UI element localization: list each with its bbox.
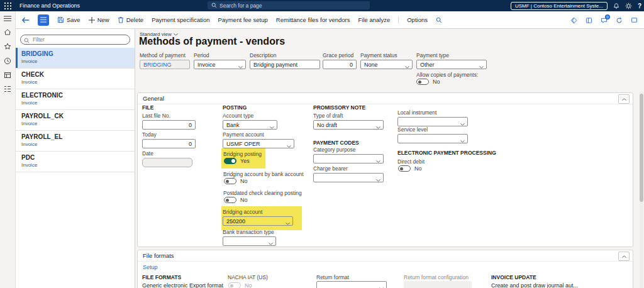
postdated-check-toggle[interactable]: No — [224, 197, 248, 203]
list-item-payroll-ck[interactable]: PAYROLL_CK Invoice — [16, 110, 135, 131]
list-item-bridging[interactable]: BRIDGING Invoice — [16, 48, 135, 69]
payment-account-dropdown[interactable]: USMF OPER — [223, 139, 294, 148]
app-window: Finance and Operations Search for a page… — [0, 0, 644, 288]
return-format-config-field — [404, 281, 472, 288]
workspaces-icon[interactable] — [4, 72, 11, 79]
bridging-account-by-bank-toggle[interactable]: No — [224, 178, 248, 184]
return-format-dropdown[interactable] — [316, 281, 387, 288]
environment-button[interactable]: USMF | Contoso Entertainment Syste... — [511, 2, 608, 10]
payment-account-field: Payment account USMF OPER — [223, 132, 294, 148]
expand-icon[interactable] — [631, 17, 638, 23]
side-pane-icon[interactable] — [586, 17, 592, 24]
bridging-account-dropdown[interactable]: 250200 — [223, 216, 293, 226]
favorites-star-icon[interactable] — [4, 43, 11, 50]
actionbar-search-icon[interactable] — [436, 17, 442, 23]
period-field: Period Invoice — [194, 53, 246, 69]
bridging-posting-toggle[interactable]: Yes — [224, 158, 250, 164]
records-list-pane: BRIDGING Invoice CHECK Invoice ELECTRONI… — [16, 29, 135, 288]
menu-hamburger-icon[interactable] — [4, 16, 11, 21]
chevron-down-icon — [238, 64, 243, 69]
payment-status-field: Payment status None — [360, 53, 413, 69]
app-title[interactable]: Finance and Operations — [19, 3, 80, 9]
file-analyze-button[interactable]: File analyze — [358, 16, 391, 23]
save-icon — [57, 16, 64, 23]
general-section-header[interactable]: General — [138, 93, 633, 104]
scrollbar-thumb[interactable] — [640, 94, 643, 202]
local-instrument-field: Local instrument — [397, 110, 468, 126]
remittance-files-button[interactable]: Remittance files for vendors — [276, 16, 350, 23]
back-button[interactable] — [21, 16, 30, 24]
payment-status-dropdown[interactable]: None — [360, 60, 413, 69]
list-item-electronic[interactable]: ELECTRONIC Invoice — [16, 89, 135, 110]
page-title: Methods of payment - vendors — [139, 36, 285, 47]
toggle-list-pane-button[interactable] — [38, 14, 49, 26]
navigation-rail — [0, 11, 16, 288]
allow-copies-toggle[interactable]: No — [416, 79, 440, 85]
last-file-no-input[interactable]: 0 — [142, 120, 196, 130]
collapse-general-button[interactable] — [618, 94, 630, 104]
actionbar-divider — [398, 16, 399, 24]
list-item-payroll-el[interactable]: PAYROLL_EL Invoice — [16, 131, 135, 152]
description-input[interactable]: Bridging payment — [250, 60, 320, 69]
bank-transaction-type-field: Bank transaction type — [223, 230, 276, 246]
date-input[interactable] — [142, 158, 192, 167]
postdated-check-label: Postdated check clearing posting — [223, 190, 302, 196]
date-field: Date — [142, 151, 192, 167]
method-of-payment-field: Method of payment BRIDGING — [140, 53, 190, 69]
charge-bearer-dropdown[interactable] — [313, 173, 384, 182]
top-navigation-bar: Finance and Operations Search for a page… — [0, 0, 644, 11]
payment-fee-setup-button[interactable]: Payment fee setup — [218, 16, 268, 23]
today-input[interactable]: 0 — [142, 139, 196, 148]
service-level-dropdown[interactable] — [397, 134, 468, 143]
setup-link[interactable]: Setup — [143, 264, 158, 270]
nacha-iat-toggle[interactable]: No — [228, 282, 252, 288]
modules-icon[interactable] — [4, 86, 11, 92]
delete-button[interactable]: Delete — [118, 16, 143, 23]
search-icon — [211, 3, 217, 8]
payment-type-dropdown[interactable]: Other — [416, 60, 487, 69]
page-search-box[interactable]: Search for a page — [208, 1, 370, 9]
return-format-field — [316, 281, 387, 288]
chevron-down-icon — [270, 124, 274, 130]
chevron-down-icon — [286, 220, 290, 226]
list-item-pdc[interactable]: PDC Invoice — [16, 152, 135, 172]
direct-debit-toggle[interactable]: No — [398, 165, 422, 172]
bank-transaction-type-dropdown[interactable] — [223, 236, 276, 246]
refresh-icon[interactable] — [616, 17, 623, 24]
list-item-check[interactable]: CHECK Invoice — [16, 69, 135, 89]
app-launcher-icon[interactable] — [0, 3, 16, 9]
search-placeholder: Search for a page — [219, 3, 262, 9]
chevron-down-icon — [460, 121, 465, 126]
recent-clock-icon[interactable] — [4, 57, 11, 65]
action-pane: Save New Delete Payment specification Pa… — [16, 11, 644, 29]
grace-period-input[interactable]: 0 — [323, 60, 357, 69]
power-apps-icon[interactable] — [570, 17, 577, 24]
method-of-payment-input[interactable]: BRIDGING — [140, 60, 190, 69]
chevron-down-icon — [174, 33, 178, 36]
file-formats-section-header[interactable]: File formats — [138, 250, 633, 262]
collapse-file-formats-button[interactable] — [618, 252, 630, 261]
type-of-draft-field: Type of draft No draft — [313, 113, 384, 130]
payment-specification-button[interactable]: Payment specification — [152, 16, 209, 23]
invoice-update-label: Create and post draw journal aut... — [491, 282, 578, 288]
account-type-dropdown[interactable]: Bank — [223, 120, 277, 130]
chevron-down-icon — [379, 285, 384, 288]
local-instrument-dropdown[interactable] — [397, 117, 468, 126]
message-center-icon[interactable]: 0 — [601, 17, 608, 24]
notifications-bell-icon[interactable] — [613, 3, 619, 9]
type-of-draft-dropdown[interactable]: No draft — [313, 120, 384, 130]
help-icon[interactable]: ? — [638, 3, 641, 9]
category-purpose-dropdown[interactable] — [313, 154, 384, 163]
grace-period-field: Grace period 0 — [323, 53, 357, 69]
toggle-off-icon — [398, 165, 411, 172]
period-dropdown[interactable]: Invoice — [194, 60, 246, 69]
home-icon[interactable] — [4, 28, 11, 36]
chevron-down-icon — [479, 64, 484, 69]
filter-input[interactable] — [20, 35, 130, 45]
settings-gear-icon[interactable] — [625, 3, 632, 9]
save-button[interactable]: Save — [57, 16, 80, 23]
options-button[interactable]: Options — [407, 16, 428, 23]
account-type-field: Account type Bank — [223, 113, 277, 130]
new-button[interactable]: New — [89, 16, 109, 23]
bridging-account-field: Bridging account 250200 — [223, 209, 293, 226]
